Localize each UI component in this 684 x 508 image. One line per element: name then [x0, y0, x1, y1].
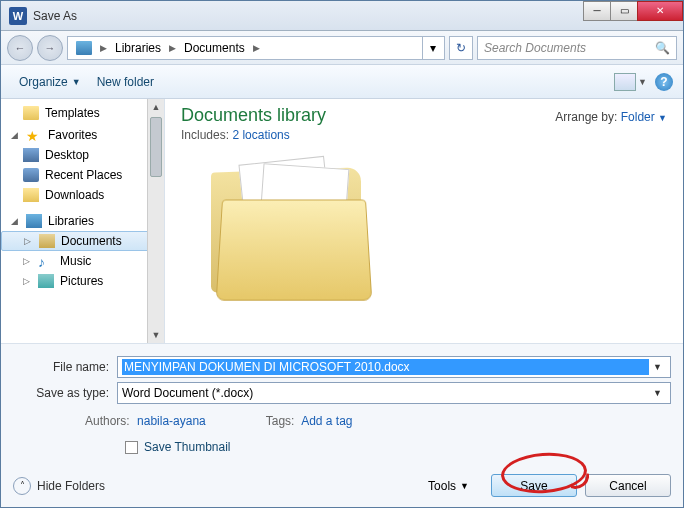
sidebar-item-label: Documents [61, 234, 122, 248]
help-button[interactable]: ? [655, 73, 673, 91]
minimize-button[interactable]: ─ [583, 1, 611, 21]
scroll-up-icon[interactable]: ▲ [148, 99, 164, 115]
search-placeholder: Search Documents [484, 41, 586, 55]
sidebar-item-recent[interactable]: Recent Places [1, 165, 164, 185]
arrange-label: Arrange by: [555, 110, 617, 124]
sidebar-item-desktop[interactable]: Desktop [1, 145, 164, 165]
breadcrumb-dropdown[interactable]: ▾ [422, 37, 442, 59]
tags-field[interactable]: Tags: Add a tag [266, 414, 353, 428]
chevron-down-icon[interactable]: ▼ [649, 362, 666, 372]
footer: ˄ Hide Folders Tools ▼ Save Cancel [1, 468, 683, 507]
nav-bar: ← → ▶ Libraries ▶ Documents ▶ ▾ ↻ Search… [1, 31, 683, 65]
tree-expand-icon[interactable]: ▷ [24, 236, 33, 246]
libraries-icon [26, 214, 42, 228]
tools-button[interactable]: Tools ▼ [428, 479, 469, 493]
arrange-by[interactable]: Arrange by: Folder ▼ [555, 110, 667, 124]
save-thumbnail-label: Save Thumbnail [144, 440, 231, 454]
music-icon: ♪ [38, 254, 54, 268]
maximize-button[interactable]: ▭ [610, 1, 638, 21]
recent-icon [23, 168, 39, 182]
star-icon: ★ [26, 128, 42, 142]
chevron-down-icon: ▼ [658, 113, 667, 123]
authors-field[interactable]: Authors: nabila-ayana [85, 414, 206, 428]
folder-icon [23, 106, 39, 120]
save-thumbnail-checkbox[interactable] [125, 441, 138, 454]
libraries-icon [76, 41, 92, 55]
save-form: File name: MENYIMPAN DOKUMEN DI MICROSOF… [1, 343, 683, 468]
folder-preview-icon [211, 160, 371, 310]
title-bar: W Save As ─ ▭ ✕ [1, 1, 683, 31]
chevron-down-icon[interactable]: ▼ [638, 77, 647, 87]
saveastype-select[interactable]: Word Document (*.docx) ▼ [117, 382, 671, 404]
sidebar-scrollbar[interactable]: ▲ ▼ [147, 99, 164, 343]
sidebar-item-label: Recent Places [45, 168, 122, 182]
arrange-value[interactable]: Folder [621, 110, 655, 124]
body: Templates ◢★Favorites Desktop Recent Pla… [1, 99, 683, 343]
sidebar-item-label: Libraries [48, 214, 94, 228]
sidebar-item-downloads[interactable]: Downloads [1, 185, 164, 205]
crumb-libraries[interactable]: Libraries [109, 37, 167, 59]
save-button[interactable]: Save [491, 474, 577, 497]
sidebar-item-label: Downloads [45, 188, 104, 202]
chevron-up-icon: ˄ [13, 477, 31, 495]
crumb-documents[interactable]: Documents [178, 37, 251, 59]
tools-label: Tools [428, 479, 456, 493]
pictures-icon [38, 274, 54, 288]
scroll-down-icon[interactable]: ▼ [148, 327, 164, 343]
sidebar-item-documents[interactable]: ▷Documents [1, 231, 164, 251]
close-button[interactable]: ✕ [637, 1, 683, 21]
breadcrumb[interactable]: ▶ Libraries ▶ Documents ▶ ▾ [67, 36, 445, 60]
back-button[interactable]: ← [7, 35, 33, 61]
sidebar-item-label: Music [60, 254, 91, 268]
includes-link[interactable]: 2 locations [232, 128, 289, 142]
sidebar-item-libraries[interactable]: ◢Libraries [1, 211, 164, 231]
tree-expand-icon[interactable]: ▷ [23, 276, 32, 286]
saveastype-value: Word Document (*.docx) [122, 386, 649, 400]
save-thumbnail-row[interactable]: Save Thumbnail [13, 432, 671, 462]
search-icon: 🔍 [655, 41, 670, 55]
sidebar-item-music[interactable]: ▷♪Music [1, 251, 164, 271]
chevron-down-icon: ▼ [460, 481, 469, 491]
new-folder-button[interactable]: New folder [89, 71, 162, 93]
includes-row: Includes: 2 locations [181, 128, 667, 142]
content-pane: Documents library Arrange by: Folder ▼ I… [165, 99, 683, 343]
downloads-icon [23, 188, 39, 202]
tree-collapse-icon[interactable]: ◢ [11, 216, 20, 226]
desktop-icon [23, 148, 39, 162]
hide-folders-label: Hide Folders [37, 479, 105, 493]
filename-value: MENYIMPAN DOKUMEN DI MICROSOFT 2010.docx [122, 359, 649, 375]
sidebar: Templates ◢★Favorites Desktop Recent Pla… [1, 99, 165, 343]
refresh-button[interactable]: ↻ [449, 36, 473, 60]
chevron-right-icon: ▶ [167, 43, 178, 53]
cancel-button[interactable]: Cancel [585, 474, 671, 497]
chevron-right-icon: ▶ [251, 43, 262, 53]
sidebar-item-label: Templates [45, 106, 100, 120]
organize-button[interactable]: Organize▼ [11, 71, 89, 93]
window-title: Save As [33, 9, 584, 23]
sidebar-item-label: Favorites [48, 128, 97, 142]
library-title: Documents library [181, 105, 326, 126]
sidebar-item-label: Desktop [45, 148, 89, 162]
tree-collapse-icon[interactable]: ◢ [11, 130, 20, 140]
sidebar-item-favorites[interactable]: ◢★Favorites [1, 125, 164, 145]
forward-button[interactable]: → [37, 35, 63, 61]
tags-value: Add a tag [301, 414, 352, 428]
tags-label: Tags: [266, 414, 295, 428]
chevron-right-icon: ▶ [98, 43, 109, 53]
authors-value: nabila-ayana [137, 414, 206, 428]
documents-icon [39, 234, 55, 248]
scroll-thumb[interactable] [150, 117, 162, 177]
sidebar-item-templates[interactable]: Templates [1, 103, 164, 123]
tree-expand-icon[interactable]: ▷ [23, 256, 32, 266]
sidebar-item-label: Pictures [60, 274, 103, 288]
search-input[interactable]: Search Documents 🔍 [477, 36, 677, 60]
authors-label: Authors: [85, 414, 130, 428]
hide-folders-button[interactable]: ˄ Hide Folders [13, 477, 105, 495]
filename-input[interactable]: MENYIMPAN DOKUMEN DI MICROSOFT 2010.docx… [117, 356, 671, 378]
app-icon: W [9, 7, 27, 25]
view-button[interactable] [614, 73, 636, 91]
sidebar-item-pictures[interactable]: ▷Pictures [1, 271, 164, 291]
filename-label: File name: [13, 360, 117, 374]
chevron-down-icon[interactable]: ▼ [649, 388, 666, 398]
toolbar: Organize▼ New folder ▼ ? [1, 65, 683, 99]
